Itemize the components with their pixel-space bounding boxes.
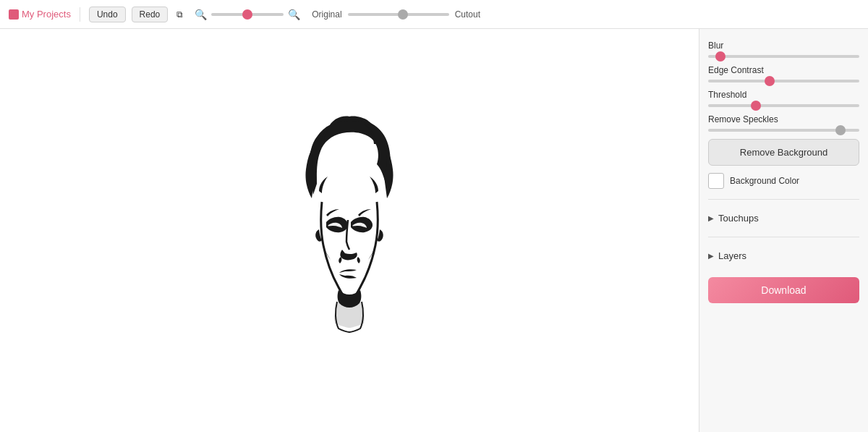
background-color-label: Background Color	[730, 176, 799, 186]
touchups-row[interactable]: ▶ Touchups	[708, 210, 859, 226]
main-area: Blur Edge Contrast Threshold Remove Spec…	[0, 29, 868, 432]
touchups-arrow-icon: ▶	[708, 214, 714, 222]
download-button[interactable]: Download	[708, 277, 859, 303]
right-panel: Blur Edge Contrast Threshold Remove Spec…	[699, 29, 868, 432]
layers-arrow-icon: ▶	[708, 252, 714, 260]
view-section: Original Cutout	[312, 9, 480, 20]
toolbar-divider	[80, 7, 80, 22]
zoom-slider[interactable]	[211, 13, 284, 16]
touchups-label: Touchups	[718, 213, 759, 224]
zoom-section: 🔍 🔍	[195, 9, 300, 20]
my-projects-label: My Projects	[22, 9, 71, 20]
layers-label: Layers	[718, 250, 746, 261]
my-projects-icon	[9, 9, 19, 20]
zoom-out-icon: 🔍	[195, 9, 207, 20]
speckles-slider[interactable]	[708, 129, 859, 132]
blur-section: Blur	[708, 41, 859, 58]
edge-contrast-label: Edge Contrast	[708, 65, 859, 75]
face-illustration	[270, 108, 429, 354]
duplicate-button[interactable]: ⧉	[174, 7, 186, 22]
remove-speckles-label: Remove Speckles	[708, 114, 859, 124]
edge-contrast-slider[interactable]	[708, 80, 859, 82]
threshold-slider[interactable]	[708, 104, 859, 107]
blur-label: Blur	[708, 41, 859, 51]
undo-button[interactable]: Undo	[89, 7, 126, 22]
redo-button[interactable]: Redo	[132, 7, 169, 22]
edge-contrast-section: Edge Contrast	[708, 65, 859, 82]
layers-row[interactable]: ▶ Layers	[708, 247, 859, 264]
remove-background-button[interactable]: Remove Background	[708, 139, 859, 166]
panel-divider-1	[708, 199, 859, 200]
my-projects-link[interactable]: My Projects	[9, 9, 71, 20]
background-color-swatch[interactable]	[708, 173, 724, 189]
panel-divider-2	[708, 237, 859, 237]
remove-speckles-section: Remove Speckles	[708, 114, 859, 132]
canvas-area	[0, 29, 699, 432]
blur-slider[interactable]	[708, 55, 859, 58]
view-cutout-label: Cutout	[455, 9, 480, 20]
view-slider[interactable]	[348, 13, 449, 16]
toolbar: My Projects Undo Redo ⧉ 🔍 🔍 Original Cut…	[0, 0, 868, 29]
threshold-label: Threshold	[708, 90, 859, 100]
view-original-label: Original	[312, 9, 341, 20]
threshold-section: Threshold	[708, 90, 859, 107]
zoom-in-icon: 🔍	[288, 9, 300, 20]
background-color-row: Background Color	[708, 173, 859, 189]
